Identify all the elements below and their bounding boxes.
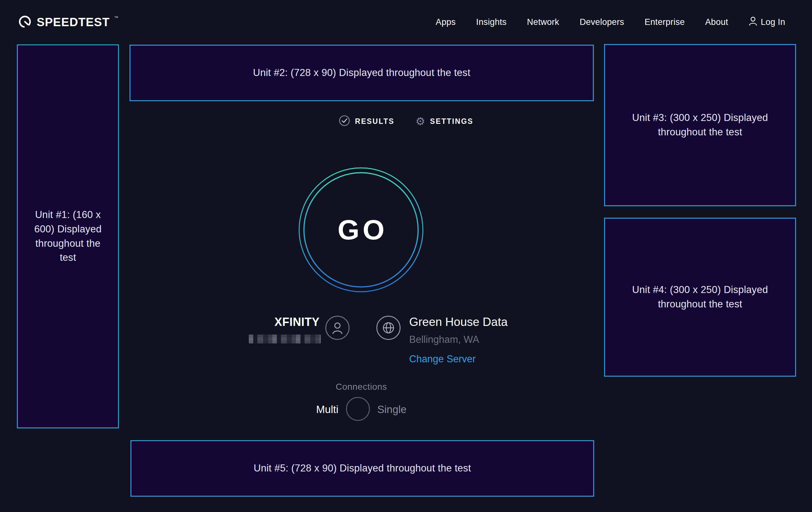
- ad-unit-4[interactable]: Unit #4: (300 x 250) Displayed throughou…: [604, 218, 796, 377]
- brand-name: SPEEDTEST: [37, 16, 110, 29]
- view-tabs: RESULTS ⚙ SETTINGS: [339, 115, 473, 128]
- globe-icon: [376, 315, 401, 342]
- speedometer-icon: [18, 15, 32, 30]
- trademark-mark: ™: [114, 15, 118, 20]
- server-location: Bellingham, WA: [409, 334, 508, 345]
- nav-item-enterprise[interactable]: Enterprise: [644, 17, 685, 27]
- ad-unit-2-label: Unit #2: (728 x 90) Displayed throughout…: [253, 66, 470, 80]
- connections-toggle[interactable]: [345, 397, 370, 423]
- check-circle-icon: [339, 115, 350, 128]
- isp-name: XFINITY: [239, 315, 320, 329]
- top-nav: SPEEDTEST ™ Apps Insights Network Develo…: [0, 0, 812, 44]
- ad-unit-5-label: Unit #5: (728 x 90) Displayed throughout…: [254, 461, 471, 476]
- results-label: RESULTS: [355, 117, 395, 126]
- ad-unit-5[interactable]: Unit #5: (728 x 90) Displayed throughout…: [130, 440, 594, 497]
- tab-settings[interactable]: ⚙ SETTINGS: [415, 115, 473, 128]
- nav-item-network[interactable]: Network: [527, 17, 559, 27]
- server-info: Green House Data Bellingham, WA Change S…: [409, 315, 508, 365]
- login-label: Log In: [761, 17, 785, 27]
- tab-results[interactable]: RESULTS: [339, 115, 395, 128]
- go-label: GO: [298, 167, 424, 293]
- speedtest-page: SPEEDTEST ™ Apps Insights Network Develo…: [0, 0, 812, 512]
- ad-unit-3[interactable]: Unit #3: (300 x 250) Displayed throughou…: [604, 44, 796, 206]
- connections-single-option[interactable]: Single: [377, 403, 407, 415]
- ad-unit-2[interactable]: Unit #2: (728 x 90) Displayed throughout…: [129, 45, 594, 101]
- gear-icon: ⚙: [415, 116, 425, 127]
- user-icon: [749, 16, 757, 28]
- login-button[interactable]: Log In: [749, 16, 785, 28]
- connections-title: Connections: [0, 382, 723, 392]
- nav-item-apps[interactable]: Apps: [436, 17, 456, 27]
- connections-toggle-row: Multi Single: [316, 397, 406, 423]
- ad-unit-4-label: Unit #4: (300 x 250) Displayed throughou…: [624, 283, 777, 312]
- nav-item-insights[interactable]: Insights: [476, 17, 506, 27]
- speedtest-logo[interactable]: SPEEDTEST ™: [18, 15, 118, 30]
- ad-unit-1[interactable]: Unit #1: (160 x 600) Displayed throughou…: [17, 44, 119, 428]
- change-server-link[interactable]: Change Server: [409, 353, 508, 365]
- server-name: Green House Data: [409, 315, 508, 329]
- masked-ip-text: [249, 334, 321, 344]
- ad-unit-1-label: Unit #1: (160 x 600) Displayed throughou…: [26, 208, 110, 265]
- go-button[interactable]: GO: [298, 167, 424, 293]
- settings-label: SETTINGS: [430, 117, 473, 126]
- connections-multi-option[interactable]: Multi: [316, 403, 338, 415]
- isp-user-icon: [325, 315, 350, 342]
- nav-menu: Apps Insights Network Developers Enterpr…: [436, 16, 785, 28]
- ad-unit-3-label: Unit #3: (300 x 250) Displayed throughou…: [624, 111, 777, 139]
- nav-item-about[interactable]: About: [705, 17, 728, 27]
- nav-item-developers[interactable]: Developers: [580, 17, 624, 27]
- multi-arrows-icon: [345, 397, 370, 421]
